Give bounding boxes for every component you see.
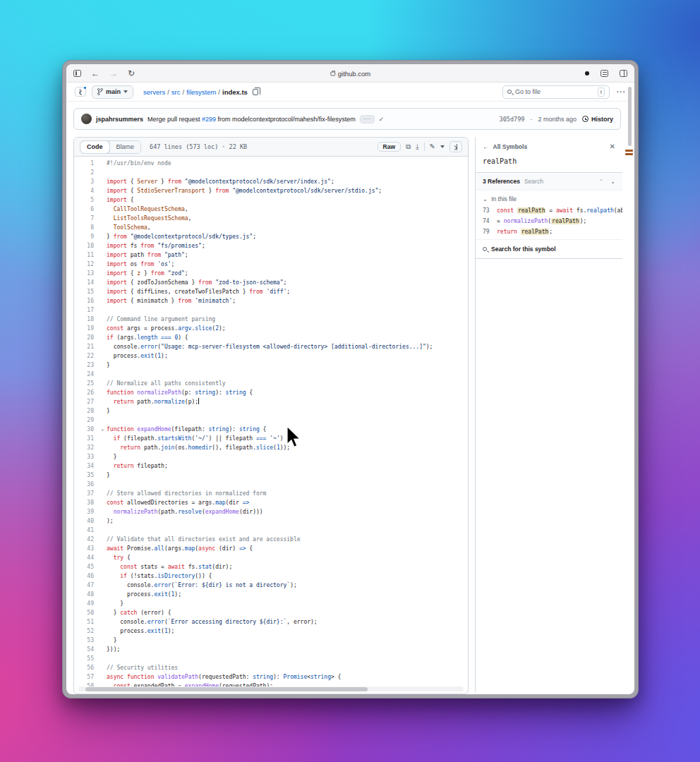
references-search[interactable]: Search: [524, 178, 543, 185]
line-number[interactable]: 47: [74, 581, 98, 590]
status-check-icon[interactable]: ✓: [379, 116, 385, 123]
line-number[interactable]: 10: [74, 241, 98, 250]
line-number[interactable]: 34: [74, 461, 98, 471]
expand-commit-button[interactable]: ···: [360, 115, 375, 123]
line-number[interactable]: 30: [74, 425, 98, 434]
line-number[interactable]: 54: [74, 645, 98, 654]
line-number[interactable]: 29: [74, 416, 98, 425]
horizontal-scrollbar-thumb[interactable]: [85, 687, 368, 691]
go-to-file-input[interactable]: Go to file t: [502, 85, 610, 99]
line-number[interactable]: 55: [74, 654, 98, 663]
back-icon[interactable]: ←: [91, 69, 99, 78]
line-number[interactable]: 35: [74, 471, 98, 480]
line-number[interactable]: 37: [74, 489, 98, 498]
line-number[interactable]: 48: [74, 590, 98, 599]
line-number[interactable]: 44: [74, 553, 98, 562]
raw-button[interactable]: Raw: [378, 142, 401, 152]
line-number[interactable]: 25: [74, 379, 98, 388]
line-number[interactable]: 1: [74, 159, 98, 168]
line-number[interactable]: 36: [74, 480, 98, 489]
line-number[interactable]: 9: [74, 232, 98, 241]
line-number[interactable]: 28: [74, 406, 98, 416]
reference-item[interactable]: 79return realPath;: [476, 226, 622, 237]
line-number[interactable]: 18: [74, 315, 98, 324]
collapse-file-tree-icon[interactable]: [75, 87, 86, 97]
history-button[interactable]: History: [582, 116, 613, 123]
line-number[interactable]: 39: [74, 507, 98, 516]
line-number[interactable]: 52: [74, 627, 98, 636]
line-number[interactable]: 17: [74, 306, 98, 315]
line-number[interactable]: 22: [74, 351, 98, 361]
line-number[interactable]: 4: [74, 186, 98, 195]
download-icon[interactable]: ⤓: [416, 143, 418, 150]
address-bar[interactable]: github.com: [330, 69, 370, 77]
line-number[interactable]: 16: [74, 296, 98, 306]
commit-message[interactable]: Merge pull request #299 from modelcontex…: [147, 116, 356, 123]
line-number[interactable]: 56: [74, 663, 98, 672]
reload-icon[interactable]: ↻: [128, 69, 135, 78]
breadcrumb-link[interactable]: filesystem: [186, 88, 216, 96]
line-number[interactable]: 57: [74, 672, 98, 682]
reference-item[interactable]: 73const realPath = await fs.realpath(abs: [476, 205, 622, 216]
copy-file-icon[interactable]: ⧉: [406, 143, 411, 150]
line-number[interactable]: 33: [74, 452, 98, 461]
line-number[interactable]: 23: [74, 361, 98, 370]
avatar[interactable]: [81, 114, 92, 124]
vertical-scrollbar-thumb[interactable]: [628, 87, 632, 146]
sidebar-icon[interactable]: [73, 70, 81, 77]
line-number[interactable]: 26: [74, 388, 98, 397]
commit-sha[interactable]: 305d799: [500, 116, 525, 123]
horizontal-scrollbar[interactable]: [78, 687, 464, 691]
extensions-icon[interactable]: [601, 70, 608, 77]
line-number[interactable]: 21: [74, 342, 98, 351]
line-number[interactable]: 20: [74, 333, 98, 342]
tab-overview-icon[interactable]: [620, 70, 627, 77]
close-icon[interactable]: ✕: [610, 143, 615, 150]
search-for-symbol-button[interactable]: Search for this symbol: [476, 239, 622, 259]
line-number[interactable]: 42: [74, 535, 98, 544]
line-number[interactable]: 3: [74, 177, 98, 186]
breadcrumb-link[interactable]: servers: [143, 88, 165, 96]
tab-blame[interactable]: Blame: [110, 141, 141, 153]
line-number[interactable]: 15: [74, 287, 98, 296]
symbols-panel-toggle-button[interactable]: [449, 141, 462, 152]
line-number[interactable]: 14: [74, 278, 98, 287]
line-number[interactable]: 5: [74, 195, 98, 205]
line-number[interactable]: 2: [74, 168, 98, 177]
line-number[interactable]: 19: [74, 324, 98, 333]
back-arrow-icon[interactable]: ←: [483, 143, 489, 150]
line-number[interactable]: 6: [74, 205, 98, 214]
in-this-file-group[interactable]: ⌄ In this file: [476, 190, 622, 205]
line-number[interactable]: 45: [74, 562, 98, 572]
copy-path-icon[interactable]: [253, 89, 258, 95]
line-number[interactable]: 50: [74, 608, 98, 617]
symbol-query[interactable]: realPath: [476, 155, 622, 173]
prev-reference-icon[interactable]: ⌃: [599, 179, 604, 185]
line-number[interactable]: 24: [74, 370, 98, 379]
line-number[interactable]: 27: [74, 397, 98, 406]
line-number[interactable]: 7: [74, 214, 98, 223]
line-number[interactable]: 41: [74, 526, 98, 535]
tab-code[interactable]: Code: [80, 141, 110, 153]
branch-selector[interactable]: main: [92, 85, 133, 99]
pr-link[interactable]: #299: [202, 116, 216, 123]
next-reference-icon[interactable]: ⌄: [610, 179, 615, 185]
line-number[interactable]: 53: [74, 636, 98, 645]
forward-icon[interactable]: →: [109, 69, 118, 78]
line-number[interactable]: 11: [74, 250, 98, 260]
line-number[interactable]: 51: [74, 617, 98, 627]
edit-pencil-icon[interactable]: ✎: [430, 143, 435, 150]
breadcrumb-link[interactable]: src: [171, 88, 181, 96]
line-number[interactable]: 31: [74, 434, 98, 443]
line-number[interactable]: 46: [74, 572, 98, 581]
line-number[interactable]: 43: [74, 544, 98, 553]
line-number[interactable]: 49: [74, 599, 98, 608]
line-number[interactable]: 13: [74, 269, 98, 278]
line-number[interactable]: 32: [74, 443, 98, 452]
reference-item[interactable]: 74= normalizePath(realPath);: [476, 216, 622, 226]
more-options-button[interactable]: ···: [617, 88, 626, 96]
collapse-chevron-icon[interactable]: ⌄: [98, 425, 107, 434]
line-number[interactable]: 40: [74, 516, 98, 526]
commit-author[interactable]: jspahrsummers: [96, 116, 143, 123]
line-number[interactable]: 38: [74, 498, 98, 507]
